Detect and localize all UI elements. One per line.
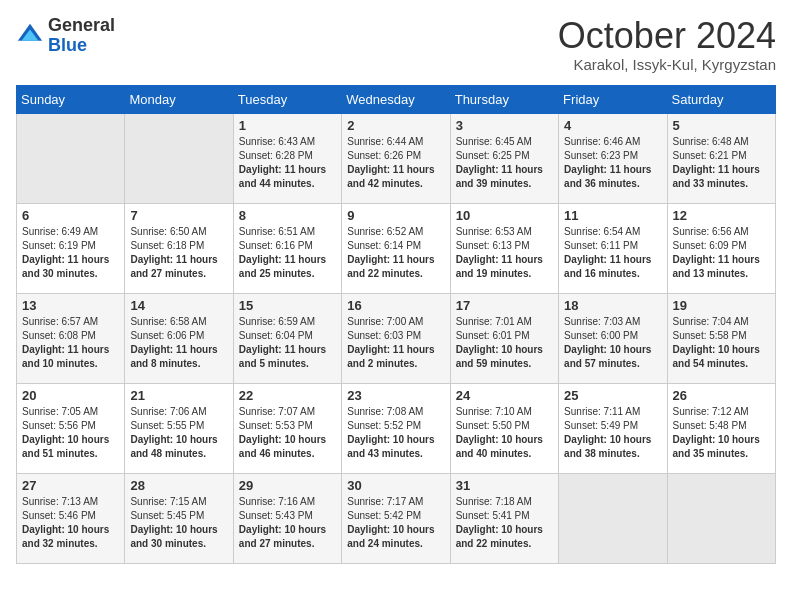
- month-title: October 2024: [558, 16, 776, 56]
- calendar-cell: 24Sunrise: 7:10 AMSunset: 5:50 PMDayligh…: [450, 383, 558, 473]
- cell-info: Sunrise: 6:52 AMSunset: 6:14 PMDaylight:…: [347, 225, 444, 281]
- calendar-table: SundayMondayTuesdayWednesdayThursdayFrid…: [16, 85, 776, 564]
- cell-info: Sunrise: 7:03 AMSunset: 6:00 PMDaylight:…: [564, 315, 661, 371]
- day-number: 31: [456, 478, 553, 493]
- logo-general-text: General: [48, 15, 115, 35]
- day-number: 7: [130, 208, 227, 223]
- calendar-cell: 9Sunrise: 6:52 AMSunset: 6:14 PMDaylight…: [342, 203, 450, 293]
- day-number: 25: [564, 388, 661, 403]
- location: Karakol, Issyk-Kul, Kyrgyzstan: [558, 56, 776, 73]
- cell-info: Sunrise: 6:54 AMSunset: 6:11 PMDaylight:…: [564, 225, 661, 281]
- calendar-cell: 5Sunrise: 6:48 AMSunset: 6:21 PMDaylight…: [667, 113, 775, 203]
- calendar-cell: 13Sunrise: 6:57 AMSunset: 6:08 PMDayligh…: [17, 293, 125, 383]
- day-of-week-header: Friday: [559, 85, 667, 113]
- calendar-cell: [125, 113, 233, 203]
- day-number: 22: [239, 388, 336, 403]
- cell-info: Sunrise: 6:43 AMSunset: 6:28 PMDaylight:…: [239, 135, 336, 191]
- day-number: 3: [456, 118, 553, 133]
- logo-icon: [16, 22, 44, 50]
- day-number: 12: [673, 208, 770, 223]
- cell-info: Sunrise: 7:11 AMSunset: 5:49 PMDaylight:…: [564, 405, 661, 461]
- day-number: 5: [673, 118, 770, 133]
- calendar-cell: 4Sunrise: 6:46 AMSunset: 6:23 PMDaylight…: [559, 113, 667, 203]
- cell-info: Sunrise: 7:17 AMSunset: 5:42 PMDaylight:…: [347, 495, 444, 551]
- day-number: 21: [130, 388, 227, 403]
- cell-info: Sunrise: 6:48 AMSunset: 6:21 PMDaylight:…: [673, 135, 770, 191]
- calendar-cell: 29Sunrise: 7:16 AMSunset: 5:43 PMDayligh…: [233, 473, 341, 563]
- day-number: 6: [22, 208, 119, 223]
- cell-info: Sunrise: 7:00 AMSunset: 6:03 PMDaylight:…: [347, 315, 444, 371]
- calendar-cell: 16Sunrise: 7:00 AMSunset: 6:03 PMDayligh…: [342, 293, 450, 383]
- calendar-cell: 12Sunrise: 6:56 AMSunset: 6:09 PMDayligh…: [667, 203, 775, 293]
- day-number: 15: [239, 298, 336, 313]
- calendar-week-row: 1Sunrise: 6:43 AMSunset: 6:28 PMDaylight…: [17, 113, 776, 203]
- day-number: 29: [239, 478, 336, 493]
- calendar-cell: 21Sunrise: 7:06 AMSunset: 5:55 PMDayligh…: [125, 383, 233, 473]
- calendar-cell: 23Sunrise: 7:08 AMSunset: 5:52 PMDayligh…: [342, 383, 450, 473]
- day-of-week-header: Tuesday: [233, 85, 341, 113]
- cell-info: Sunrise: 6:59 AMSunset: 6:04 PMDaylight:…: [239, 315, 336, 371]
- day-number: 16: [347, 298, 444, 313]
- calendar-cell: 7Sunrise: 6:50 AMSunset: 6:18 PMDaylight…: [125, 203, 233, 293]
- calendar-cell: 10Sunrise: 6:53 AMSunset: 6:13 PMDayligh…: [450, 203, 558, 293]
- title-block: October 2024 Karakol, Issyk-Kul, Kyrgyzs…: [558, 16, 776, 73]
- day-number: 9: [347, 208, 444, 223]
- cell-info: Sunrise: 6:44 AMSunset: 6:26 PMDaylight:…: [347, 135, 444, 191]
- calendar-cell: 20Sunrise: 7:05 AMSunset: 5:56 PMDayligh…: [17, 383, 125, 473]
- cell-info: Sunrise: 6:49 AMSunset: 6:19 PMDaylight:…: [22, 225, 119, 281]
- calendar-cell: [667, 473, 775, 563]
- page-header: General Blue October 2024 Karakol, Issyk…: [16, 16, 776, 73]
- cell-info: Sunrise: 7:04 AMSunset: 5:58 PMDaylight:…: [673, 315, 770, 371]
- cell-info: Sunrise: 7:07 AMSunset: 5:53 PMDaylight:…: [239, 405, 336, 461]
- calendar-cell: 1Sunrise: 6:43 AMSunset: 6:28 PMDaylight…: [233, 113, 341, 203]
- calendar-cell: 26Sunrise: 7:12 AMSunset: 5:48 PMDayligh…: [667, 383, 775, 473]
- cell-info: Sunrise: 7:10 AMSunset: 5:50 PMDaylight:…: [456, 405, 553, 461]
- cell-info: Sunrise: 7:13 AMSunset: 5:46 PMDaylight:…: [22, 495, 119, 551]
- calendar-cell: 11Sunrise: 6:54 AMSunset: 6:11 PMDayligh…: [559, 203, 667, 293]
- cell-info: Sunrise: 7:06 AMSunset: 5:55 PMDaylight:…: [130, 405, 227, 461]
- cell-info: Sunrise: 7:18 AMSunset: 5:41 PMDaylight:…: [456, 495, 553, 551]
- cell-info: Sunrise: 6:57 AMSunset: 6:08 PMDaylight:…: [22, 315, 119, 371]
- calendar-cell: 3Sunrise: 6:45 AMSunset: 6:25 PMDaylight…: [450, 113, 558, 203]
- calendar-week-row: 13Sunrise: 6:57 AMSunset: 6:08 PMDayligh…: [17, 293, 776, 383]
- day-number: 28: [130, 478, 227, 493]
- cell-info: Sunrise: 7:16 AMSunset: 5:43 PMDaylight:…: [239, 495, 336, 551]
- cell-info: Sunrise: 7:12 AMSunset: 5:48 PMDaylight:…: [673, 405, 770, 461]
- day-number: 18: [564, 298, 661, 313]
- calendar-cell: 8Sunrise: 6:51 AMSunset: 6:16 PMDaylight…: [233, 203, 341, 293]
- day-of-week-header: Saturday: [667, 85, 775, 113]
- cell-info: Sunrise: 6:53 AMSunset: 6:13 PMDaylight:…: [456, 225, 553, 281]
- day-of-week-header: Thursday: [450, 85, 558, 113]
- cell-info: Sunrise: 6:51 AMSunset: 6:16 PMDaylight:…: [239, 225, 336, 281]
- calendar-cell: 18Sunrise: 7:03 AMSunset: 6:00 PMDayligh…: [559, 293, 667, 383]
- day-number: 8: [239, 208, 336, 223]
- day-number: 26: [673, 388, 770, 403]
- cell-info: Sunrise: 7:05 AMSunset: 5:56 PMDaylight:…: [22, 405, 119, 461]
- day-number: 30: [347, 478, 444, 493]
- day-number: 10: [456, 208, 553, 223]
- day-number: 1: [239, 118, 336, 133]
- day-number: 13: [22, 298, 119, 313]
- cell-info: Sunrise: 7:15 AMSunset: 5:45 PMDaylight:…: [130, 495, 227, 551]
- day-number: 17: [456, 298, 553, 313]
- day-number: 2: [347, 118, 444, 133]
- day-number: 11: [564, 208, 661, 223]
- calendar-cell: [559, 473, 667, 563]
- day-of-week-header: Wednesday: [342, 85, 450, 113]
- logo-blue-text: Blue: [48, 35, 87, 55]
- calendar-week-row: 20Sunrise: 7:05 AMSunset: 5:56 PMDayligh…: [17, 383, 776, 473]
- logo: General Blue: [16, 16, 115, 56]
- cell-info: Sunrise: 6:46 AMSunset: 6:23 PMDaylight:…: [564, 135, 661, 191]
- day-of-week-header: Sunday: [17, 85, 125, 113]
- day-number: 19: [673, 298, 770, 313]
- day-number: 23: [347, 388, 444, 403]
- calendar-cell: 14Sunrise: 6:58 AMSunset: 6:06 PMDayligh…: [125, 293, 233, 383]
- calendar-cell: 6Sunrise: 6:49 AMSunset: 6:19 PMDaylight…: [17, 203, 125, 293]
- calendar-week-row: 27Sunrise: 7:13 AMSunset: 5:46 PMDayligh…: [17, 473, 776, 563]
- cell-info: Sunrise: 6:45 AMSunset: 6:25 PMDaylight:…: [456, 135, 553, 191]
- cell-info: Sunrise: 7:08 AMSunset: 5:52 PMDaylight:…: [347, 405, 444, 461]
- calendar-header-row: SundayMondayTuesdayWednesdayThursdayFrid…: [17, 85, 776, 113]
- calendar-cell: 25Sunrise: 7:11 AMSunset: 5:49 PMDayligh…: [559, 383, 667, 473]
- day-number: 4: [564, 118, 661, 133]
- calendar-cell: 19Sunrise: 7:04 AMSunset: 5:58 PMDayligh…: [667, 293, 775, 383]
